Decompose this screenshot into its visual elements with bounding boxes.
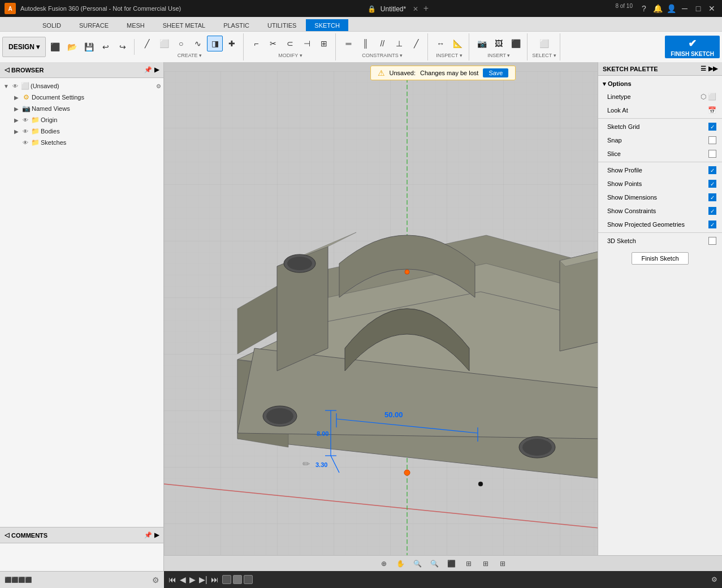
timeline-settings-icon[interactable]: ⚙ bbox=[711, 576, 717, 583]
pan-btn[interactable]: ✋ bbox=[394, 557, 408, 570]
profile-btn[interactable]: 👤 bbox=[665, 3, 677, 14]
tab-sketch[interactable]: SKETCH bbox=[306, 19, 348, 31]
tree-views-arrow[interactable]: ▶ bbox=[12, 106, 20, 112]
polygon-tool-btn[interactable]: ◨ bbox=[207, 36, 223, 51]
timeline-marker-3[interactable] bbox=[244, 575, 253, 584]
tab-mesh[interactable]: MESH bbox=[118, 19, 153, 31]
palette-snap[interactable]: Snap bbox=[598, 133, 722, 147]
tree-root-arrow[interactable]: ▼ bbox=[2, 83, 10, 89]
fillet-btn[interactable]: ⌐ bbox=[248, 36, 264, 51]
sidebar-settings-icon[interactable]: ⚙ bbox=[152, 576, 159, 585]
tree-item-named-views[interactable]: ▶ 📷 Named Views bbox=[0, 103, 163, 114]
palette-show-constraints[interactable]: Show Constraints ✓ bbox=[598, 204, 722, 218]
offset-btn[interactable]: ⊂ bbox=[282, 36, 298, 51]
tree-item-origin[interactable]: ▶ 👁 📁 Origin bbox=[0, 114, 163, 126]
timeline-prev-btn[interactable]: ◀ bbox=[180, 575, 186, 584]
zoom-fit-btn[interactable]: 🔍 bbox=[428, 557, 442, 570]
select-btn[interactable]: ⬜ bbox=[537, 36, 552, 51]
linetype-icon-1[interactable]: ⬡ bbox=[701, 93, 706, 101]
tree-doc-arrow[interactable]: ▶ bbox=[12, 94, 20, 101]
canvas-btn[interactable]: 🖼 bbox=[491, 36, 507, 51]
crosshatch-tool-btn[interactable]: ✚ bbox=[224, 36, 240, 51]
line-tool-btn[interactable]: ╱ bbox=[139, 36, 155, 51]
tree-bodies-eye[interactable]: 👁 bbox=[21, 127, 29, 135]
browser-pin-icon[interactable]: 📌 bbox=[144, 66, 152, 74]
save-canvas-btn[interactable]: Save bbox=[483, 68, 508, 77]
more-btn[interactable]: ⊞ bbox=[496, 557, 509, 570]
tree-origin-arrow[interactable]: ▶ bbox=[12, 117, 20, 123]
timeline-end-btn[interactable]: ⏭ bbox=[211, 575, 219, 584]
comments-pin-icon[interactable]: 📌 bbox=[144, 531, 152, 539]
timeline-start-btn[interactable]: ⏮ bbox=[168, 575, 176, 584]
env-toggle-btn[interactable]: ⊞ bbox=[479, 557, 492, 570]
sketch-grid-checkbox[interactable]: ✓ bbox=[708, 123, 716, 131]
tree-item-sketches[interactable]: 👁 📁 Sketches bbox=[0, 137, 163, 148]
palette-slice[interactable]: Slice bbox=[598, 147, 722, 161]
close-btn[interactable]: ✕ bbox=[706, 3, 717, 14]
redo-btn[interactable]: ↪ bbox=[115, 39, 131, 55]
zoom-btn[interactable]: 🔍 bbox=[411, 557, 425, 570]
maximize-btn[interactable]: □ bbox=[693, 3, 704, 14]
add-tab-icon[interactable]: + bbox=[423, 3, 429, 13]
image-btn[interactable]: 📷 bbox=[474, 36, 490, 51]
palette-linetype[interactable]: Linetype ⬡ ⬜ bbox=[598, 90, 722, 103]
trim-btn[interactable]: ✂ bbox=[265, 36, 281, 51]
design-dropdown-btn[interactable]: DESIGN ▾ bbox=[2, 37, 46, 57]
display-settings-btn[interactable]: ⬛ bbox=[445, 557, 459, 570]
circle-tool-btn[interactable]: ○ bbox=[173, 36, 189, 51]
sketch-palette-menu-icon[interactable]: ☰ bbox=[701, 65, 706, 72]
pattern-btn[interactable]: ⊞ bbox=[316, 36, 332, 51]
comments-expand-icon[interactable]: ▶ bbox=[154, 531, 159, 539]
tab-sheet-metal[interactable]: SHEET METAL bbox=[154, 19, 214, 31]
rect-tool-btn[interactable]: ⬜ bbox=[156, 36, 172, 51]
notification-btn[interactable]: 🔔 bbox=[652, 3, 663, 14]
look-at-icon[interactable]: 📅 bbox=[708, 106, 716, 114]
undo-btn[interactable]: ↩ bbox=[98, 39, 114, 55]
timeline-marker-1[interactable] bbox=[222, 575, 231, 584]
tree-item-root[interactable]: ▼ 👁 ⬜ (Unsaved) ⚙ bbox=[0, 80, 163, 92]
show-dimensions-checkbox[interactable]: ✓ bbox=[708, 193, 716, 201]
tree-sketches-eye[interactable]: 👁 bbox=[21, 139, 29, 146]
arc-tool-btn[interactable]: ∿ bbox=[190, 36, 206, 51]
show-projected-checkbox[interactable]: ✓ bbox=[708, 220, 716, 228]
close-tab-icon[interactable]: ✕ bbox=[413, 5, 418, 13]
browser-expand-icon[interactable]: ▶ bbox=[154, 66, 159, 74]
tree-item-doc-settings[interactable]: ▶ ⚙ Document Settings bbox=[0, 92, 163, 103]
tab-utilities[interactable]: UTILITIES bbox=[259, 19, 305, 31]
timeline-next-btn[interactable]: ▶| bbox=[199, 575, 207, 584]
collinear-btn[interactable]: ║ bbox=[357, 36, 373, 51]
perp-btn[interactable]: ⊥ bbox=[391, 36, 407, 51]
canvas-area[interactable]: ⚠ Unsaved: Changes may be lost Save Y X … bbox=[164, 62, 722, 572]
show-constraints-checkbox[interactable]: ✓ bbox=[708, 207, 716, 215]
palette-3d-sketch[interactable]: 3D Sketch bbox=[598, 234, 722, 248]
save-btn-tb[interactable]: 💾 bbox=[81, 39, 97, 55]
3d-sketch-checkbox[interactable] bbox=[708, 237, 716, 245]
show-points-checkbox[interactable]: ✓ bbox=[708, 180, 716, 188]
show-profile-checkbox[interactable]: ✓ bbox=[708, 166, 716, 174]
palette-show-dimensions[interactable]: Show Dimensions ✓ bbox=[598, 191, 722, 204]
tangent-btn[interactable]: ╱ bbox=[408, 36, 424, 51]
angle-btn[interactable]: 📐 bbox=[449, 36, 465, 51]
grid-toggle-btn[interactable]: ⊞ bbox=[462, 557, 475, 570]
tree-root-settings-icon[interactable]: ⚙ bbox=[156, 83, 161, 89]
tab-solid[interactable]: SOLID bbox=[34, 19, 70, 31]
minimize-btn[interactable]: ─ bbox=[679, 3, 690, 14]
slice-checkbox[interactable] bbox=[708, 150, 716, 158]
tree-origin-eye[interactable]: 👁 bbox=[21, 116, 29, 124]
finish-sketch-palette-btn[interactable]: Finish Sketch bbox=[632, 252, 688, 265]
palette-sketch-grid[interactable]: Sketch Grid ✓ bbox=[598, 120, 722, 133]
tree-root-eye[interactable]: 👁 bbox=[11, 82, 19, 90]
linetype-icon-2[interactable]: ⬜ bbox=[708, 93, 716, 101]
finish-sketch-toolbar-btn[interactable]: ✔ FINISH SKETCH bbox=[665, 36, 720, 58]
timeline-play-btn[interactable]: ▶ bbox=[189, 575, 196, 584]
mirror-btn[interactable]: ⊣ bbox=[299, 36, 315, 51]
open-btn[interactable]: 📂 bbox=[64, 39, 80, 55]
sketch-palette-expand-icon[interactable]: ▶▶ bbox=[708, 65, 717, 72]
palette-show-profile[interactable]: Show Profile ✓ bbox=[598, 163, 722, 177]
snap-checkbox[interactable] bbox=[708, 136, 716, 144]
new-btn[interactable]: ⬛ bbox=[47, 39, 63, 55]
palette-show-projected[interactable]: Show Projected Geometries ✓ bbox=[598, 218, 722, 231]
tree-item-bodies[interactable]: ▶ 👁 📁 Bodies bbox=[0, 126, 163, 137]
parallel-btn[interactable]: // bbox=[374, 36, 390, 51]
tab-surface[interactable]: SURFACE bbox=[71, 19, 117, 31]
